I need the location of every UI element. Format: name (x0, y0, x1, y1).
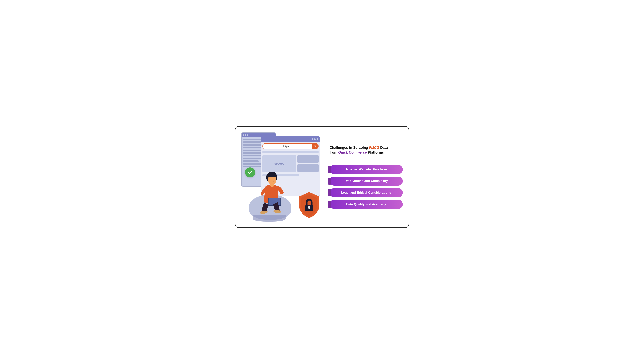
challenge-tab (328, 178, 331, 185)
browser-main-titlebar (261, 137, 320, 142)
challenge-tab (328, 166, 331, 173)
shield-icon (297, 191, 321, 219)
challenge-label: Data Quality and Accuracy (346, 203, 386, 206)
search-icon (314, 145, 316, 147)
search-btn (312, 143, 318, 149)
window-dot-6 (316, 138, 318, 140)
title-divider (330, 157, 403, 157)
svg-point-0 (314, 145, 316, 147)
svg-point-7 (260, 210, 268, 215)
shield-container (297, 191, 322, 220)
www-text: www (274, 161, 284, 166)
main-card: https:// www (235, 126, 409, 228)
challenge-label: Data Volume and Complexity (344, 179, 388, 183)
challenge-item: Dynamic Website Structures (330, 165, 403, 174)
content-line (243, 166, 263, 167)
svg-rect-12 (309, 207, 310, 209)
bean-bag-bottom (253, 215, 286, 222)
title-qc: Quick Commerce (338, 150, 367, 154)
right-panel: Challenges in Scraping FMCG Data from Qu… (328, 132, 403, 222)
challenges-list: Dynamic Website StructuresData Volume an… (330, 165, 403, 209)
challenge-item: Legal and Ethical Considerations (330, 188, 403, 197)
challenge-tab (328, 201, 331, 208)
svg-rect-9 (270, 184, 274, 187)
person-svg (251, 169, 297, 216)
svg-line-1 (316, 147, 316, 147)
svg-point-8 (273, 210, 281, 213)
grid-cell-1 (298, 155, 318, 163)
window-dot-4 (312, 138, 313, 140)
challenge-item: Data Quality and Accuracy (330, 200, 403, 209)
title-data: Data (380, 146, 388, 149)
content-line (243, 152, 262, 154)
challenge-tab (328, 189, 331, 196)
url-bar: https:// (262, 143, 318, 149)
challenge-label: Legal and Ethical Considerations (341, 191, 391, 194)
challenge-item: Data Volume and Complexity (330, 176, 403, 186)
window-dot-1 (243, 134, 244, 136)
title-fmcg: FMCG (369, 146, 379, 149)
title-end: Platforms (368, 150, 384, 154)
title-from: from (330, 150, 338, 154)
window-dot-5 (314, 138, 316, 140)
left-illustration-panel: https:// www (241, 132, 322, 222)
title-block: Challenges in Scraping FMCG Data from Qu… (330, 145, 403, 157)
person-illustration (247, 171, 301, 222)
grid-cell-2 (298, 164, 318, 172)
challenge-label: Dynamic Website Structures (345, 168, 388, 171)
content-line (243, 160, 258, 162)
title-prefix: Challenges in Scraping (330, 146, 368, 149)
window-dot-2 (245, 134, 246, 136)
window-dot-3 (247, 134, 248, 136)
title-text: Challenges in Scraping FMCG Data from Qu… (330, 145, 403, 155)
url-text: https:// (263, 145, 312, 148)
browser-content-row (262, 151, 318, 153)
illustration-container: https:// www (241, 132, 322, 222)
